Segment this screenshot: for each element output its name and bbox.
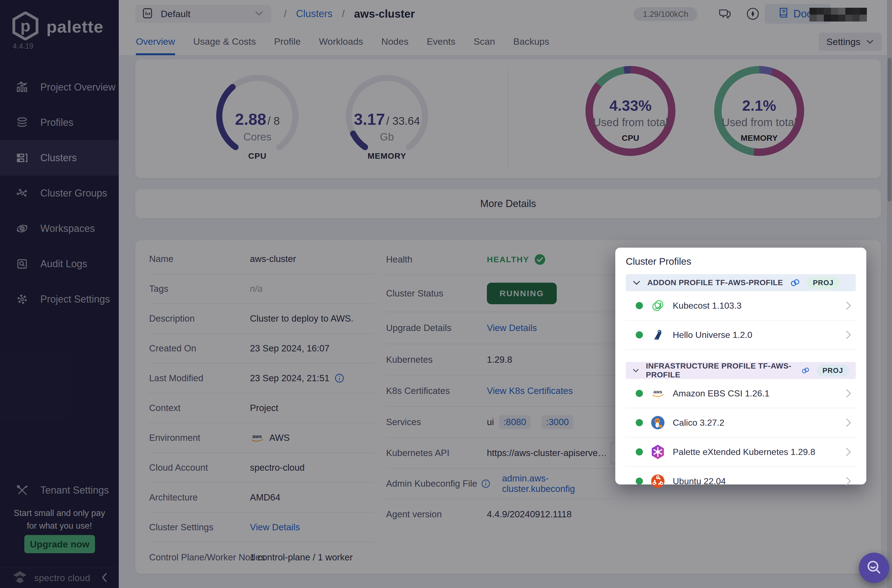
pack-status-dot (636, 419, 643, 426)
pack-status-dot (636, 478, 643, 485)
chevron-right-icon (845, 417, 852, 428)
scope-badge: PROJ (807, 277, 840, 289)
palette-kubernetes-logo (651, 445, 665, 459)
addon-profile-header[interactable]: ADDON PROFILE TF-AWS-PROFILE PROJ (626, 274, 856, 291)
profile-pack-row-ebs-csi[interactable]: aws Amazon EBS CSI 1.26.1 (626, 379, 856, 408)
pack-status-dot (636, 448, 643, 456)
ubuntu-logo (651, 474, 665, 488)
calico-logo (651, 416, 665, 430)
chevron-right-icon (845, 388, 852, 399)
panel-title: Cluster Profiles (626, 256, 856, 267)
svg-text:aws: aws (653, 389, 662, 394)
link-icon (801, 366, 810, 375)
cluster-profiles-panel: Cluster Profiles ADDON PROFILE TF-AWS-PR… (615, 248, 866, 484)
profile-pack-row-hello-universe[interactable]: Hello Universe 1.2.0 (626, 321, 856, 350)
chevron-right-icon (845, 300, 852, 311)
profile-pack-row-pxk[interactable]: Palette eXtended Kubernetes 1.29.8 (626, 438, 856, 467)
pack-status-dot (636, 390, 643, 397)
chevron-right-icon (845, 446, 852, 458)
profile-pack-row-calico[interactable]: Calico 3.27.2 (626, 408, 856, 438)
search-smile-icon (865, 559, 883, 577)
chevron-right-icon (845, 329, 852, 340)
feedback-search-button[interactable] (859, 553, 889, 583)
link-icon (790, 279, 800, 287)
infrastructure-profile-header[interactable]: INFRASTRUCTURE PROFILE TF-AWS-PROFILE PR… (626, 362, 856, 379)
profile-pack-row-ubuntu[interactable]: Ubuntu 22.04 (626, 467, 856, 495)
scope-badge: PROJ (816, 364, 849, 376)
aws-logo: aws (651, 386, 665, 400)
profile-pack-row-kubecost[interactable]: Kubecost 1.103.3 (626, 291, 856, 321)
hello-universe-logo (651, 328, 665, 342)
app-root: p palette 4.4.19 Project Overview (0, 0, 892, 588)
chevron-down-icon (632, 368, 639, 373)
chevron-down-icon (632, 280, 641, 285)
pack-status-dot (636, 331, 643, 339)
chevron-right-icon (845, 476, 852, 487)
kubecost-logo (651, 298, 665, 313)
pack-status-dot (636, 302, 643, 309)
